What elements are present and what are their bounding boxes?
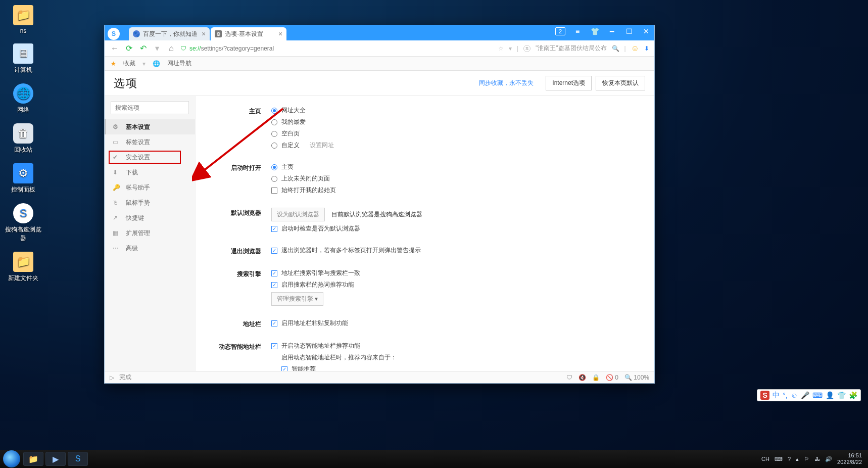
- favorites-label[interactable]: 收藏: [123, 59, 135, 68]
- sidebar-item-advanced[interactable]: ⋯高级: [105, 241, 195, 256]
- window-badge[interactable]: 2: [555, 27, 565, 35]
- home-icon[interactable]: ⌂: [166, 44, 176, 53]
- row-label: 默认浏览器: [211, 208, 261, 233]
- window-controls: 2 ≡ 👕 ━ ☐ ✕: [555, 27, 651, 35]
- browser-logo-icon: S: [108, 28, 120, 40]
- ime-keyboard-icon[interactable]: ⌨: [812, 391, 823, 399]
- sidebar-item-extensions[interactable]: ▦扩展管理: [105, 225, 195, 241]
- skin-icon[interactable]: 👕: [590, 27, 600, 35]
- ime-skin-icon[interactable]: 👕: [837, 391, 846, 399]
- sidebar-item-label: 高级: [126, 244, 138, 253]
- tray-volume-icon[interactable]: 🔊: [825, 456, 832, 462]
- shield-icon[interactable]: 🛡: [566, 374, 572, 381]
- tray-flag-icon[interactable]: 🏳: [804, 456, 809, 462]
- desktop-icon-ns[interactable]: 📁ns: [5, 5, 41, 34]
- radio-home-custom[interactable]: 自定义设置网址: [271, 141, 334, 150]
- tab-baidu[interactable]: 🐾 百度一下，你就知道 ×: [129, 27, 210, 40]
- desktop-icon-network[interactable]: 🌐网络: [5, 83, 41, 114]
- sidebar-item-tabs[interactable]: ▭标签设置: [105, 134, 195, 150]
- tray-keyboard-icon[interactable]: ⌨: [775, 456, 783, 462]
- chevron-down-icon[interactable]: ▾: [142, 60, 146, 67]
- check-search-same-as-addr[interactable]: 地址栏搜索引擎与搜索栏一致: [271, 269, 360, 277]
- search-icon[interactable]: 🔍: [612, 45, 619, 52]
- close-window-icon[interactable]: ✕: [641, 27, 651, 35]
- ime-mic-icon[interactable]: 🎤: [801, 391, 809, 399]
- clock[interactable]: 16:51 2022/8/22: [837, 452, 862, 465]
- url-display[interactable]: 🛡 se://settings/?category=general: [180, 45, 274, 52]
- reset-page-defaults-button[interactable]: 恢复本页默认: [596, 76, 645, 90]
- site-nav-link[interactable]: 网址导航: [167, 59, 191, 68]
- check-addrbar-paste-copy[interactable]: 启用地址栏粘贴复制功能: [271, 319, 348, 327]
- menu-icon[interactable]: ≡: [572, 27, 583, 35]
- start-button[interactable]: [3, 450, 20, 467]
- radio-label: 主页: [281, 163, 294, 171]
- download-icon[interactable]: ⬇: [644, 45, 649, 52]
- smiley-icon[interactable]: ☺: [631, 44, 639, 53]
- chevron-down-icon[interactable]: ▾: [509, 45, 512, 52]
- ime-toolbox-icon[interactable]: 🧩: [849, 391, 857, 399]
- minimize-icon[interactable]: ━: [607, 27, 617, 35]
- star-icon[interactable]: ☆: [498, 45, 504, 52]
- radio-home-blank[interactable]: 空白页: [271, 129, 334, 138]
- tray-chevron-icon[interactable]: ▴: [796, 456, 799, 462]
- radio-startup-lastsession[interactable]: 上次未关闭的页面: [271, 174, 336, 183]
- sidebar-item-shortcuts[interactable]: ↗快捷键: [105, 210, 195, 225]
- tab-close-icon[interactable]: ×: [274, 30, 282, 38]
- set-default-browser-button[interactable]: 设为默认浏览器: [271, 208, 325, 221]
- taskbar-media-icon[interactable]: ▶: [45, 452, 66, 466]
- internet-options-button[interactable]: Internet选项: [546, 76, 592, 90]
- sidebar-item-general[interactable]: ⚙基本设置: [105, 119, 195, 134]
- manage-search-engines-button[interactable]: 管理搜索引擎: [271, 292, 323, 306]
- sidebar-item-gestures[interactable]: 🖱鼠标手势: [105, 195, 195, 210]
- ime-punct-icon[interactable]: °,: [783, 391, 788, 399]
- sidebar-item-download[interactable]: ⬇下载: [105, 165, 195, 180]
- desktop-icon-new-folder[interactable]: 📁新建文件夹: [5, 252, 41, 283]
- desktop-icon-recycle-bin[interactable]: 🗑回收站: [5, 123, 41, 154]
- desktop-icon-sogou-browser[interactable]: S搜狗高速浏览器: [5, 203, 41, 243]
- sidebar-item-security[interactable]: ✔安全设置: [105, 150, 195, 165]
- ime-toolbar[interactable]: S 中 °, ☺ 🎤 ⌨ 👤 👕 🧩: [757, 389, 861, 401]
- sync-favorites-link[interactable]: 同步收藏，永不丢失: [479, 79, 534, 87]
- lock-icon[interactable]: 🔒: [592, 374, 600, 381]
- mouse-icon: 🖱: [113, 199, 120, 206]
- taskbar-sogou-browser-icon[interactable]: S: [68, 452, 88, 466]
- ime-face-icon[interactable]: ☺: [791, 391, 798, 399]
- sidebar-search-input[interactable]: [111, 101, 189, 114]
- checkbox-label: 启用地址栏粘贴复制功能: [281, 319, 348, 327]
- undo-icon[interactable]: ↶: [138, 43, 148, 53]
- tab-settings[interactable]: ⚙ 选项-基本设置 ×: [211, 27, 286, 40]
- radio-home-favorites[interactable]: 我的最爱: [271, 118, 334, 126]
- chevron-down-icon[interactable]: ▾: [152, 43, 162, 53]
- check-smart-addrbar-enable[interactable]: 开启动态智能地址栏推荐功能: [271, 342, 397, 350]
- check-startup-always-startpage[interactable]: 始终打开我的起始页: [271, 186, 336, 195]
- tray-help-icon[interactable]: ?: [788, 456, 791, 462]
- check-default-on-launch[interactable]: 启动时检查是否为默认浏览器: [271, 224, 422, 233]
- desktop-icon-computer[interactable]: 🖥计算机: [5, 43, 41, 74]
- check-exit-warn[interactable]: 退出浏览器时，若有多个标签页打开则弹出警告提示: [271, 246, 421, 255]
- sidebar-item-account[interactable]: 🔑帐号助手: [105, 180, 195, 195]
- maximize-icon[interactable]: ☐: [624, 27, 634, 35]
- set-url-link[interactable]: 设置网址: [310, 141, 334, 150]
- radio-home-sitedir[interactable]: 网址大全: [271, 106, 334, 115]
- zoom-indicator[interactable]: 🔍 100%: [624, 374, 649, 381]
- sidebar-toggle-icon[interactable]: ▷: [110, 374, 114, 381]
- back-icon[interactable]: ←: [110, 44, 120, 53]
- check-smart-recommend[interactable]: 智能推荐: [271, 365, 397, 371]
- section-exit: 退出浏览器 退出浏览器时，若有多个标签页打开则弹出警告提示: [211, 246, 639, 256]
- tab-close-icon[interactable]: ×: [198, 30, 206, 38]
- ime-lang-label[interactable]: 中: [773, 391, 780, 400]
- page-title: 选项: [114, 76, 138, 91]
- ime-person-icon[interactable]: 👤: [826, 391, 834, 399]
- reload-icon[interactable]: ⟳: [124, 43, 134, 53]
- check-search-hotwords[interactable]: 启用搜索栏的热词推荐功能: [271, 280, 360, 289]
- desktop-icon-control-panel[interactable]: ⚙控制面板: [5, 163, 41, 194]
- tray-lang-label[interactable]: CH: [761, 456, 769, 462]
- mute-icon[interactable]: 🔇: [578, 374, 586, 381]
- grid-icon: ▦: [113, 229, 120, 237]
- radio-startup-home[interactable]: 主页: [271, 163, 336, 171]
- dots-icon: ⋯: [113, 245, 120, 252]
- baidu-favicon-icon: 🐾: [133, 30, 140, 37]
- tray-network-icon[interactable]: 🖧: [814, 456, 820, 462]
- taskbar-explorer-icon[interactable]: 📁: [23, 452, 43, 466]
- ad-block-counter[interactable]: 🚫 0: [606, 374, 618, 381]
